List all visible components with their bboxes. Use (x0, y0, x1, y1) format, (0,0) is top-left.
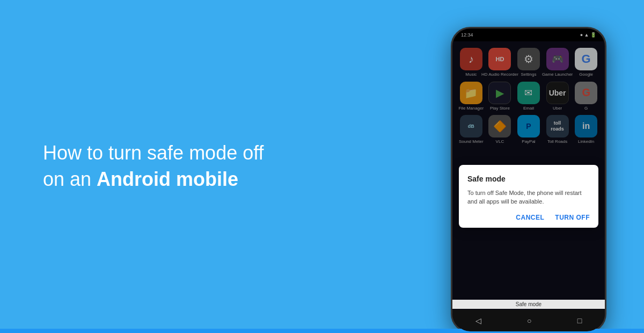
headline-line1: How to turn safe mode off (43, 142, 264, 164)
safe-mode-label-bar: Safe mode (452, 300, 605, 309)
nav-recents[interactable]: □ (577, 316, 582, 325)
headline-line2: on an Android mobile (43, 168, 238, 190)
dialog-title: Safe mode (467, 175, 590, 183)
dialog-body: To turn off Safe Mode, the phone will re… (467, 189, 590, 206)
phone-device: 12:34 ● ▲ 🔋 ♪ Music HD HD Audio Recorder (451, 27, 606, 333)
right-panel: 12:34 ● ▲ 🔋 ♪ Music HD HD Audio Recorder (413, 0, 644, 333)
phone-screen: 12:34 ● ▲ 🔋 ♪ Music HD HD Audio Recorder (452, 28, 605, 331)
main-headline: How to turn safe mode off on an Android … (43, 140, 264, 192)
safe-mode-dialog: Safe mode To turn off Safe Mode, the pho… (459, 165, 598, 228)
left-panel: How to turn safe mode off on an Android … (0, 0, 413, 333)
nav-bar: ◁ ○ □ (452, 310, 605, 331)
safe-mode-overlay: Safe mode To turn off Safe Mode, the pho… (452, 28, 605, 331)
nav-home[interactable]: ○ (527, 316, 531, 325)
turn-off-button[interactable]: Turn off (555, 214, 590, 221)
cancel-button[interactable]: Cancel (516, 214, 544, 221)
dialog-buttons: Cancel Turn off (467, 214, 590, 221)
nav-back[interactable]: ◁ (475, 316, 481, 325)
